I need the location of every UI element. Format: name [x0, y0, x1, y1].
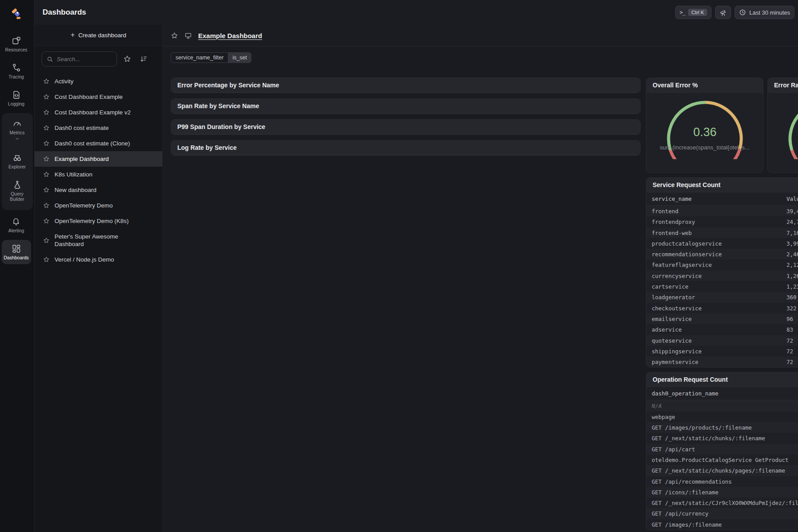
clock-icon: [739, 9, 746, 16]
search-input[interactable]: [57, 56, 106, 63]
cell-value: 7,10: [786, 230, 798, 236]
cell-name: checkoutservice: [652, 305, 702, 312]
cell-name: GET /api/cart: [652, 446, 695, 453]
list-item-label: OpenTelemetry Demo: [55, 202, 113, 209]
table-row: quoteservice72: [646, 335, 798, 346]
table-row: GET /api/recommendations: [646, 476, 798, 487]
cell-name: GET /_next/static/CJr9clXO0WXMduPmIjdez/…: [652, 500, 798, 506]
alerting-icon: [12, 217, 21, 226]
list-item[interactable]: New dashboard: [35, 182, 162, 198]
list-item[interactable]: Cost Dashboard Example v2: [35, 105, 162, 120]
cell-name: oteldemo.ProductCatalogService GetProduc…: [652, 457, 789, 463]
filter-chip[interactable]: service_name_filter is_set: [171, 52, 251, 63]
panel-title: Error Percentage by Service Name: [171, 78, 640, 93]
rail-item-label: Dashboards: [4, 255, 29, 260]
dash0-dashboard-app: { "app": { "title": "Dashboards", "short…: [0, 0, 798, 532]
nav-rail: ResourcesTracingLoggingMetricsExplorerQu…: [0, 0, 35, 532]
star-icon: [43, 171, 50, 178]
presentation-icon[interactable]: [184, 32, 192, 39]
star-icon: [43, 125, 50, 131]
list-item[interactable]: OpenTelemetry Demo: [35, 198, 162, 213]
cell-name: GET /_next/static/chunks/pages/:filename: [652, 467, 785, 474]
gauge-caption: sum (increase(spans_total{otel_s...: [646, 144, 763, 151]
sidebar-item-resources[interactable]: Resources: [2, 32, 31, 56]
command-palette-button[interactable]: >_ Ctrl K: [675, 6, 712, 19]
list-item[interactable]: Peter's Super Awesome Dashboard: [35, 229, 162, 252]
list-item[interactable]: Dash0 cost estimate: [35, 120, 162, 136]
topbar: Dashboards >_ Ctrl K Last 30 minutes: [35, 0, 798, 25]
explorer-icon: [12, 153, 22, 162]
gauge-value: 0.36: [693, 125, 716, 139]
list-item[interactable]: Example Dashboard: [35, 151, 162, 167]
sidebar-item-logging[interactable]: Logging: [2, 86, 31, 110]
panels-column: Error Percentage by Service NameSpan Rat…: [171, 78, 641, 156]
dashboards-icon: [12, 244, 21, 253]
sidebar-item-query-builder[interactable]: Query Builder: [3, 176, 32, 206]
cell-name: webpage: [652, 414, 675, 420]
table-service-request-count: Service Request Countservice_nameValuefr…: [646, 177, 798, 368]
sidebar-item-explorer[interactable]: Explorer: [3, 149, 32, 173]
table-row: frontend39,4: [646, 206, 798, 216]
table-row: productcatalogservice3,99: [646, 238, 798, 249]
sidebar-item-dashboards[interactable]: Dashboards: [2, 240, 31, 264]
panel-error_pct: Error Percentage by Service Name: [171, 78, 641, 93]
star-icon: [43, 78, 50, 85]
cell-name: GET /images/:filename: [652, 521, 722, 528]
star-icon: [43, 237, 50, 244]
tracing-icon: [12, 63, 21, 72]
list-item[interactable]: Activity: [35, 74, 162, 89]
telescope-button[interactable]: [715, 6, 731, 19]
table-row: featureflagservice2,12: [646, 259, 798, 270]
chevron-down-icon: [15, 136, 20, 141]
sort-button[interactable]: [137, 53, 149, 65]
list-item[interactable]: Vercel / Node.js Demo: [35, 252, 162, 267]
table-row: cartservice1,23: [646, 281, 798, 292]
star-icon[interactable]: [171, 32, 178, 39]
list-item[interactable]: Cost Dashboard Example: [35, 89, 162, 105]
list-item[interactable]: OpenTelemetry Demo (K8s): [35, 213, 162, 229]
time-range-label: Last 30 minutes: [749, 9, 790, 16]
rail-item-label: Query Builder: [4, 191, 31, 202]
cell-name: frontendproxy: [652, 219, 695, 225]
dash0-logo-icon[interactable]: [8, 4, 27, 24]
list-item-label: Dash0 cost estimate (Clone): [55, 140, 130, 147]
metrics-group: MetricsExplorerQuery Builder: [2, 113, 33, 210]
cell-value: 72: [786, 348, 793, 355]
list-item[interactable]: K8s Utilization: [35, 167, 162, 182]
star-icon: [43, 256, 50, 263]
right-column: Overall Error %0.36sum (increase(spans_t…: [646, 78, 798, 530]
panel-title: P99 Span Duration by Service: [171, 120, 640, 134]
rail-item-label: Alerting: [8, 228, 24, 233]
table-row: emailservice96: [646, 313, 798, 324]
table-row: GET /_next/static/CJr9clXO0WXMduPmIjdez/…: [646, 497, 798, 508]
cell-value: 2,12: [786, 262, 798, 268]
table-row: shippingservice72: [646, 346, 798, 356]
dashboard-header: Example Dashboard: [163, 25, 798, 47]
panel-title: Log Rate by Service: [171, 141, 640, 155]
cell-value: 83: [786, 326, 793, 333]
panel-p99: P99 Span Duration by Service: [171, 119, 641, 135]
sidebar-item-metrics[interactable]: Metrics: [3, 115, 32, 146]
table-row: GET /images/products/:filename: [646, 422, 798, 433]
list-item[interactable]: Dash0 cost estimate (Clone): [35, 136, 162, 151]
favorites-filter-button[interactable]: [121, 53, 133, 65]
search-input-box[interactable]: [42, 51, 117, 66]
column-header-name: dash0_operation_name: [652, 390, 719, 397]
sidebar-item-alerting[interactable]: Alerting: [2, 213, 31, 237]
list-item-label: Example Dashboard: [55, 155, 109, 163]
panel-log_rate: Log Rate by Service: [171, 140, 641, 156]
table-row: oteldemo.ProductCatalogService GetProduc…: [646, 454, 798, 465]
star-icon: [43, 218, 50, 224]
time-range-button[interactable]: Last 30 minutes: [735, 6, 794, 19]
table-row: GET /_next/static/chunks/:filename: [646, 433, 798, 443]
shortcut-badge: Ctrl K: [688, 9, 707, 16]
sidebar-item-tracing[interactable]: Tracing: [2, 59, 31, 83]
create-dashboard-button[interactable]: + Create dashboard: [70, 31, 126, 39]
dashboard-list: ActivityCost Dashboard ExampleCost Dashb…: [35, 74, 162, 267]
cell-value: 3,99: [786, 240, 798, 247]
star-icon: [123, 55, 131, 63]
table-row: currencyservice1,26: [646, 270, 798, 281]
rail-item-label: Tracing: [8, 74, 24, 79]
dashboard-title-link[interactable]: Example Dashboard: [198, 32, 262, 39]
list-item-label: New dashboard: [55, 186, 97, 194]
